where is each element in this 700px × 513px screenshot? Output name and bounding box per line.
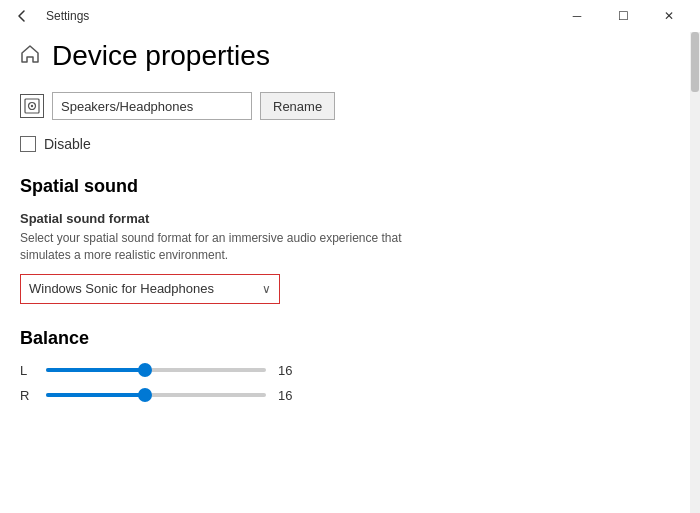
disable-label: Disable	[44, 136, 91, 152]
disable-row: Disable	[20, 136, 680, 152]
title-bar-controls: ─ ☐ ✕	[554, 0, 692, 32]
left-slider-track[interactable]	[46, 368, 266, 372]
back-icon[interactable]	[8, 2, 36, 30]
balance-right-row: R 16	[20, 388, 680, 403]
spatial-sound-section: Spatial sound Spatial sound format Selec…	[20, 176, 680, 304]
left-channel-label: L	[20, 363, 34, 378]
right-balance-value: 16	[278, 388, 298, 403]
device-name-row: Rename	[20, 92, 680, 120]
device-name-input[interactable]	[52, 92, 252, 120]
balance-section: Balance L 16 R 16	[20, 328, 680, 403]
right-slider-fill	[46, 393, 145, 397]
page-title: Device properties	[52, 40, 270, 72]
right-slider-thumb[interactable]	[138, 388, 152, 402]
spatial-sound-select[interactable]: Off Windows Sonic for Headphones Dolby A…	[29, 281, 262, 296]
right-channel-label: R	[20, 388, 34, 403]
chevron-down-icon: ∨	[262, 282, 271, 296]
spatial-format-description: Select your spatial sound format for an …	[20, 230, 420, 264]
spatial-sound-dropdown-container[interactable]: Off Windows Sonic for Headphones Dolby A…	[20, 274, 280, 304]
content-area: Device properties Rename Disable Spatial…	[0, 32, 700, 513]
page-heading: Device properties	[20, 40, 680, 72]
disable-checkbox[interactable]	[20, 136, 36, 152]
spatial-format-label: Spatial sound format	[20, 211, 680, 226]
left-balance-value: 16	[278, 363, 298, 378]
balance-heading: Balance	[20, 328, 680, 349]
speaker-icon	[20, 94, 44, 118]
spatial-sound-heading: Spatial sound	[20, 176, 680, 197]
maximize-button[interactable]: ☐	[600, 0, 646, 32]
title-bar: Settings ─ ☐ ✕	[0, 0, 700, 32]
title-bar-left: Settings	[8, 2, 89, 30]
right-slider-track[interactable]	[46, 393, 266, 397]
scrollbar-track[interactable]	[690, 32, 700, 513]
balance-left-row: L 16	[20, 363, 680, 378]
rename-button[interactable]: Rename	[260, 92, 335, 120]
svg-point-2	[31, 105, 33, 107]
left-slider-fill	[46, 368, 145, 372]
close-button[interactable]: ✕	[646, 0, 692, 32]
title-bar-title: Settings	[46, 9, 89, 23]
minimize-button[interactable]: ─	[554, 0, 600, 32]
home-icon	[20, 44, 40, 69]
left-slider-thumb[interactable]	[138, 363, 152, 377]
scrollbar-thumb[interactable]	[691, 32, 699, 92]
